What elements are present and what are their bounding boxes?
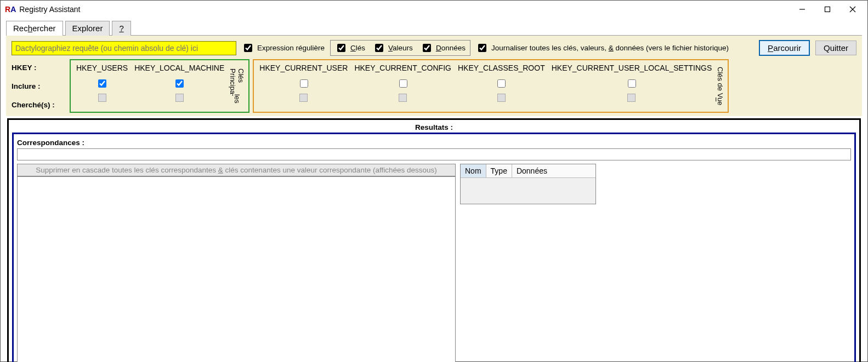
quit-button[interactable]: Quitter xyxy=(815,41,856,55)
hkey-cu-local-settings-label: HKEY_CURRENT_USER_LOCAL_SETTINGS xyxy=(552,62,712,73)
col-hkey-local-machine: HKEY_LOCAL_MACHINE xyxy=(131,61,228,111)
include-hkey-users[interactable] xyxy=(98,79,106,88)
app-logo: RA xyxy=(5,5,16,14)
regex-label: Expression régulière xyxy=(257,44,325,52)
matches-input[interactable] xyxy=(17,148,851,160)
keys-label: Clés xyxy=(350,44,365,52)
include-hkey-cu-local-settings[interactable] xyxy=(628,79,636,88)
value-grid-header: Nom Type Données xyxy=(461,164,595,178)
browse-button[interactable]: Parcourir xyxy=(759,40,810,56)
include-hkey-current-config[interactable] xyxy=(399,79,407,88)
col-hkey-classes-root: HKEY_CLASSES_ROOT xyxy=(455,61,548,111)
tab-bar: Rechercher Explorer ? xyxy=(1,18,867,35)
results-title: Resultats : xyxy=(12,121,856,133)
values-label: Valeurs xyxy=(388,44,413,52)
col-name[interactable]: Nom xyxy=(461,164,486,177)
search-pane: Expression régulière Clés Valeurs Donnée… xyxy=(6,36,862,116)
col-type[interactable]: Type xyxy=(486,164,512,177)
search-in-group: Clés Valeurs Données xyxy=(330,40,470,56)
hkey-section: HKEY : Inclure : Cherché(s) : HKEY_USERS… xyxy=(12,59,856,113)
value-grid[interactable]: Nom Type Données xyxy=(460,164,596,204)
col-data[interactable]: Données xyxy=(512,164,552,177)
hkey-current-user-label: HKEY_CURRENT_USER xyxy=(259,62,348,73)
keys-checkbox[interactable]: Clés xyxy=(335,42,365,54)
searched-hkey-current-user xyxy=(299,94,308,102)
col-hkey-current-config: HKEY_CURRENT_CONFIG xyxy=(351,61,455,111)
logo-a: A xyxy=(10,5,16,14)
maximize-button[interactable] xyxy=(815,2,840,17)
hkey-row-labels: HKEY : Inclure : Cherché(s) : xyxy=(12,59,66,113)
include-hkey-classes-root[interactable] xyxy=(497,79,506,88)
hkey-current-config-label: HKEY_CURRENT_CONFIG xyxy=(354,62,451,73)
app-window: RA Registry Assistant Rechercher Explore… xyxy=(0,0,868,362)
titlebar: RA Registry Assistant xyxy=(1,1,867,18)
view-keys-group: HKEY_CURRENT_USER HKEY_CURRENT_CONFIG HK… xyxy=(253,59,729,113)
col-hkey-cu-local-settings: HKEY_CURRENT_USER_LOCAL_SETTINGS xyxy=(548,61,716,111)
hkey-classes-root-label: HKEY_CLASSES_ROOT xyxy=(458,62,545,73)
main-keys-group: HKEY_USERS HKEY_LOCAL_MACHINE ClésPrinci… xyxy=(70,59,249,113)
tab-help[interactable]: ? xyxy=(112,21,131,36)
hkey-users-label: HKEY_USERS xyxy=(76,62,128,73)
search-row-1: Expression régulière Clés Valeurs Donnée… xyxy=(12,40,856,56)
query-input[interactable] xyxy=(12,41,236,55)
searched-label: Cherché(s) : xyxy=(12,99,66,111)
minimize-button[interactable] xyxy=(790,2,815,17)
searched-hkey-current-config xyxy=(399,94,407,102)
svg-rect-1 xyxy=(825,7,830,12)
searched-hkey-classes-root xyxy=(497,94,506,102)
close-button[interactable] xyxy=(840,2,865,17)
logo-r: R xyxy=(5,5,10,14)
regex-checkbox[interactable]: Expression régulière xyxy=(242,42,325,54)
tab-search[interactable]: Rechercher xyxy=(6,21,63,36)
matches-label: Correspondances : xyxy=(17,139,851,147)
view-keys-vertical-label: Clés de Vue xyxy=(715,61,725,111)
journal-checkbox[interactable]: Journaliser toutes les clés, valeurs, & … xyxy=(476,42,729,54)
journal-label: Journaliser toutes les clés, valeurs, & … xyxy=(491,44,729,52)
main-keys-vertical-label: ClésPrincipales xyxy=(228,61,246,111)
cascade-list[interactable] xyxy=(17,176,456,362)
col-hkey-users: HKEY_USERS xyxy=(73,61,131,111)
values-checkbox[interactable]: Valeurs xyxy=(373,42,413,54)
hkey-local-machine-label: HKEY_LOCAL_MACHINE xyxy=(134,62,224,73)
data-checkbox[interactable]: Données xyxy=(421,42,466,54)
include-hkey-local-machine[interactable] xyxy=(175,79,184,88)
col-hkey-current-user: HKEY_CURRENT_USER xyxy=(256,61,351,111)
hkey-label: HKEY : xyxy=(12,61,66,73)
cascade-delete-button[interactable]: Supprimer en cascade toutes les clés cor… xyxy=(17,164,456,176)
searched-hkey-local-machine xyxy=(175,94,184,102)
searched-hkey-users xyxy=(98,94,106,102)
results-wrap: Resultats : Correspondances : Supprimer … xyxy=(7,118,861,362)
include-label: Inclure : xyxy=(12,80,66,92)
results-panel: Correspondances : Supprimer en cascade t… xyxy=(12,133,856,362)
include-hkey-current-user[interactable] xyxy=(300,79,308,88)
tab-content: Expression régulière Clés Valeurs Donnée… xyxy=(6,35,862,362)
window-title: Registry Assistant xyxy=(19,5,80,14)
data-label: Données xyxy=(436,44,466,52)
searched-hkey-cu-local-settings xyxy=(627,94,636,102)
tab-explorer[interactable]: Explorer xyxy=(65,21,110,36)
